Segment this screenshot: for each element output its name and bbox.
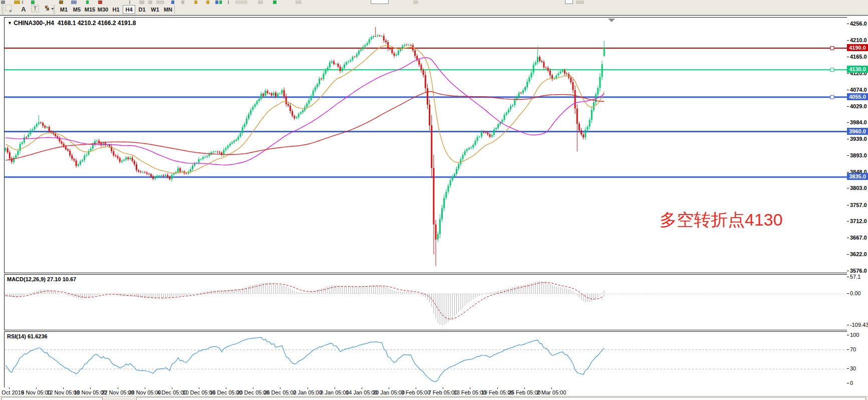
price-level-badge: 4190.0 [847,44,868,51]
clipped-toolbar-icon [194,1,197,4]
status-bar-strip [0,396,868,400]
level-line-handle[interactable] [830,46,834,50]
chart-text-annotation[interactable]: 多空转折点4130 [660,209,783,232]
clipped-toolbar-icon [59,1,63,4]
toolbar-drag-handle[interactable] [2,6,4,14]
timeframe-button-h1[interactable]: H1 [110,5,122,14]
status-box-left [2,397,103,400]
time-tick [226,387,226,389]
time-tick [416,387,416,389]
clipped-toolbar-icon [296,1,302,4]
time-tick [524,387,525,389]
clipped-toolbar-icon [31,1,35,4]
macd-panel[interactable]: MACD(12,26,9) 27.10 10.67 [4,274,847,330]
price-tick: 3757.0 [847,202,867,208]
time-tick [551,387,552,389]
macd-signal-line [6,282,604,319]
time-tick [470,387,470,389]
macd-axis-tick: 0.00 [847,290,860,296]
clipped-toolbar-icon [71,1,77,4]
clipped-toolbar-icon [129,1,130,4]
chart-shift-marker[interactable] [608,19,615,22]
timeframe-button-m15[interactable]: M15 [84,5,96,14]
timeframe-button-m30[interactable]: M30 [97,5,109,14]
timeframe-button-d1[interactable]: D1 [136,5,148,14]
chart-window: ▼ CHINA300-,H4 4168.1 4210.2 4166.2 4191… [0,15,868,396]
rsi-panel[interactable]: RSI(14) 61.6236 [4,331,847,388]
time-tick [36,387,37,389]
chart-symbol: CHINA300-,H4 [14,20,54,27]
clipped-toolbar-icon [565,0,573,4]
main-chart-panel[interactable]: ▼ CHINA300-,H4 4168.1 4210.2 4166.2 4191… [4,17,847,273]
price-tick: 4029.0 [847,103,867,109]
time-label: 28 Nov 05:00 [128,389,161,395]
time-tick [280,387,280,389]
time-label: 26 Dec 05:00 [263,389,296,395]
rsi-line [6,337,604,381]
status-box-right [136,397,866,400]
time-label: 2 Jan 05:00 [293,389,322,395]
text-box-icon[interactable]: T [31,5,42,14]
macd-histogram [6,281,604,325]
timeframe-button-m5[interactable]: M5 [71,5,83,14]
clipped-toolbar-icon [235,1,247,4]
time-tick [118,387,118,389]
time-label: 3 Feb 05:00 [401,389,431,395]
time-label: 25 Feb 05:00 [508,389,541,395]
toolbar: F A T M1M5M15M30H1H4D1W1MN [0,4,868,16]
time-tick [9,387,10,389]
chart-title: ▼ CHINA300-,H4 4168.1 4210.2 4166.2 4191… [8,20,136,27]
price-axis[interactable]: 4256.04210.04165.04120.04074.04029.03984… [847,16,868,387]
text-label-icon[interactable]: A [18,5,29,14]
macd-label: MACD(12,26,9) 27.10 10.67 [7,276,76,282]
svg-text:T: T [34,6,37,12]
mt4-window: F A T M1M5M15M30H1H4D1W1MN ▼ CHINA300-,H… [0,0,868,400]
clipped-toolbar-icon [215,1,218,4]
time-tick [389,387,389,389]
bull-candle-bodies [5,36,605,240]
toolbar-separator-handle[interactable] [53,6,55,14]
level-line-handle[interactable] [830,68,834,72]
clipped-toolbar-icon [148,1,152,4]
timeframe-button-m1[interactable]: M1 [58,5,70,14]
time-axis[interactable]: 31 Oct 20196 Nov 05:0012 Nov 05:0018 Nov… [0,387,868,396]
rsi-canvas[interactable] [5,332,847,388]
price-tick: 4165.0 [847,54,867,60]
timeframe-button-w1[interactable]: W1 [149,5,161,14]
time-tick [253,387,253,389]
chart-ohlc-values: 4168.1 4210.2 4166.2 4191.8 [58,20,136,27]
price-tick: 3939.0 [847,136,867,142]
clipped-toolbar-icon [576,1,584,4]
level-line-handle[interactable] [830,95,834,99]
bear-candle-wicks [8,27,584,266]
time-label: 20 Jan 05:00 [373,389,405,395]
clipped-toolbar-icon [171,1,174,4]
candlestick-chart-canvas[interactable] [5,18,847,273]
macd-axis-tick: 57.1 [847,274,860,280]
time-label: 2 Mar 05:00 [537,389,566,395]
price-tick: 3893.0 [847,152,867,158]
chevron-down-icon[interactable]: ▼ [8,21,12,26]
bear-candle-bodies [7,36,585,240]
price-tick: 4256.0 [847,21,867,27]
time-tick [90,387,91,389]
clipped-toolbar-icon [206,1,209,4]
clipped-toolbar-icon [98,1,102,4]
time-tick [335,387,335,389]
clipped-toolbar-icon [371,0,389,4]
crosshair-grid-icon[interactable]: F [5,5,16,14]
rsi-axis-tick: 30 [847,365,856,371]
timeframe-button-mn[interactable]: MN [162,5,174,14]
time-label: 7 Feb 05:00 [428,389,458,395]
clipped-toolbar-icon [22,1,23,4]
price-level-badge: 3960.0 [847,128,868,135]
price-level-badge: 4130.0 [847,66,868,73]
price-tick: 4210.0 [847,37,867,43]
time-tick [172,387,172,389]
timeframe-button-h4[interactable]: H4 [123,5,135,14]
price-tick: 3667.0 [847,235,867,241]
price-level-badge: 3835.0 [847,173,868,180]
clipped-toolbar-icon [219,1,222,4]
macd-canvas[interactable] [5,275,847,330]
macd-axis-tick: -109.43 [847,322,868,328]
